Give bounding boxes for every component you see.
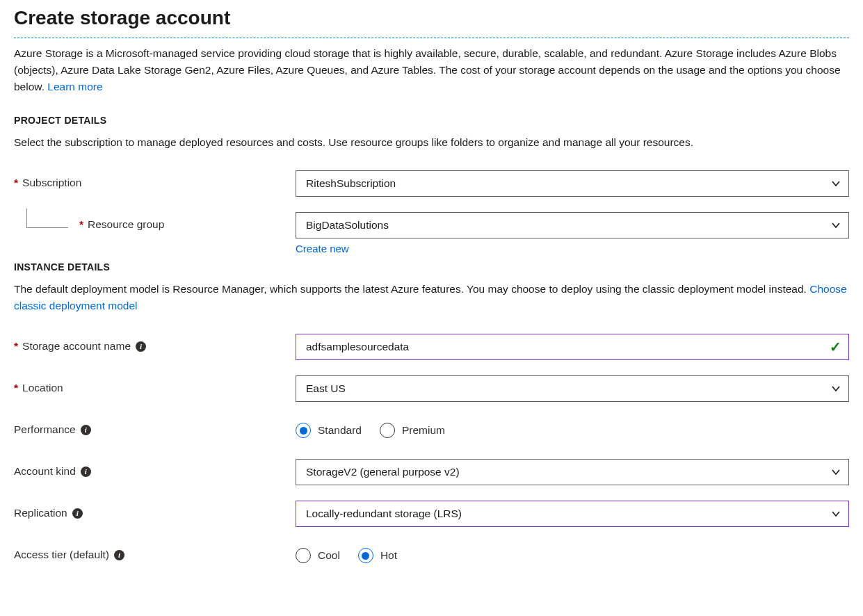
radio-icon: [296, 423, 311, 438]
account-kind-dropdown[interactable]: StorageV2 (general purpose v2): [296, 459, 849, 485]
chevron-down-icon: [830, 178, 841, 189]
intro-body: Azure Storage is a Microsoft-managed ser…: [14, 47, 841, 92]
storage-name-row: * Storage account name i adfsamplesource…: [14, 334, 849, 360]
performance-label-text: Performance: [14, 423, 76, 436]
chevron-down-icon: [830, 220, 841, 231]
account-kind-row: Account kind i StorageV2 (general purpos…: [14, 459, 849, 485]
subscription-dropdown[interactable]: RiteshSubscription: [296, 170, 849, 197]
account-kind-value: StorageV2 (general purpose v2): [306, 466, 460, 478]
required-star: *: [14, 382, 18, 394]
info-icon[interactable]: i: [136, 341, 146, 352]
access-tier-label-text: Access tier (default): [14, 549, 109, 561]
replication-row: Replication i Locally-redundant storage …: [14, 501, 849, 527]
info-icon[interactable]: i: [72, 508, 83, 519]
access-tier-cool-label: Cool: [318, 549, 340, 562]
location-value: East US: [306, 382, 346, 395]
radio-icon: [380, 423, 395, 438]
subscription-value: RiteshSubscription: [306, 177, 396, 190]
create-new-link[interactable]: Create new: [296, 243, 349, 254]
access-tier-hot-radio[interactable]: Hot: [358, 548, 397, 563]
project-details-desc: Select the subscription to manage deploy…: [14, 134, 849, 151]
performance-premium-radio[interactable]: Premium: [380, 423, 445, 438]
access-tier-cool-radio[interactable]: Cool: [296, 548, 340, 563]
access-tier-row: Access tier (default) i Cool Hot: [14, 542, 849, 569]
required-star: *: [14, 177, 18, 189]
account-kind-label: Account kind i: [14, 459, 296, 484]
chevron-down-icon: [830, 467, 841, 478]
resource-group-label-text: Resource group: [88, 218, 164, 231]
performance-radio-group: Standard Premium: [296, 417, 849, 444]
resource-group-dropdown[interactable]: BigDataSolutions: [296, 212, 849, 238]
subscription-label: * Subscription: [14, 170, 296, 195]
access-tier-label: Access tier (default) i: [14, 542, 296, 567]
performance-row: Performance i Standard Premium: [14, 417, 849, 444]
storage-name-label-text: Storage account name: [22, 340, 131, 352]
location-label-text: Location: [22, 382, 63, 394]
info-icon[interactable]: i: [114, 550, 124, 560]
instance-details-header: INSTANCE DETAILS: [14, 261, 849, 273]
instance-desc-body: The default deployment model is Resource…: [14, 283, 809, 295]
resource-group-label-col: * Resource group: [14, 212, 296, 237]
account-kind-label-text: Account kind: [14, 465, 76, 478]
location-row: * Location East US: [14, 375, 849, 402]
performance-label: Performance i: [14, 417, 296, 442]
storage-name-value: adfsamplesourcedata: [306, 341, 409, 353]
instance-details-desc: The default deployment model is Resource…: [14, 281, 849, 314]
replication-label: Replication i: [14, 501, 296, 526]
divider: [14, 38, 849, 38]
storage-name-label: * Storage account name i: [14, 334, 296, 359]
resource-group-row: * Resource group BigDataSolutions Create…: [14, 212, 849, 254]
required-star: *: [79, 218, 83, 231]
tree-connector: [26, 209, 68, 228]
access-tier-hot-label: Hot: [380, 549, 397, 562]
location-dropdown[interactable]: East US: [296, 375, 849, 402]
performance-premium-label: Premium: [402, 424, 445, 437]
performance-standard-radio[interactable]: Standard: [296, 423, 362, 438]
replication-value: Locally-redundant storage (LRS): [306, 508, 462, 520]
page-title: Create storage account: [14, 0, 849, 38]
replication-dropdown[interactable]: Locally-redundant storage (LRS): [296, 501, 849, 527]
intro-text: Azure Storage is a Microsoft-managed ser…: [14, 45, 849, 95]
chevron-down-icon: [830, 383, 841, 394]
chevron-down-icon: [830, 508, 841, 519]
info-icon[interactable]: i: [81, 425, 91, 435]
required-star: *: [14, 340, 18, 352]
location-label: * Location: [14, 375, 296, 400]
resource-group-value: BigDataSolutions: [306, 219, 389, 232]
storage-name-input[interactable]: adfsamplesourcedata ✓: [296, 334, 849, 360]
radio-icon: [296, 548, 311, 563]
replication-label-text: Replication: [14, 507, 67, 519]
radio-icon: [358, 548, 373, 563]
project-details-header: PROJECT DETAILS: [14, 115, 849, 126]
access-tier-radio-group: Cool Hot: [296, 542, 849, 569]
info-icon[interactable]: i: [81, 467, 91, 477]
check-icon: ✓: [830, 339, 841, 355]
performance-standard-label: Standard: [318, 424, 362, 437]
subscription-label-text: Subscription: [22, 177, 81, 189]
subscription-row: * Subscription RiteshSubscription: [14, 170, 849, 197]
learn-more-link[interactable]: Learn more: [47, 81, 102, 92]
